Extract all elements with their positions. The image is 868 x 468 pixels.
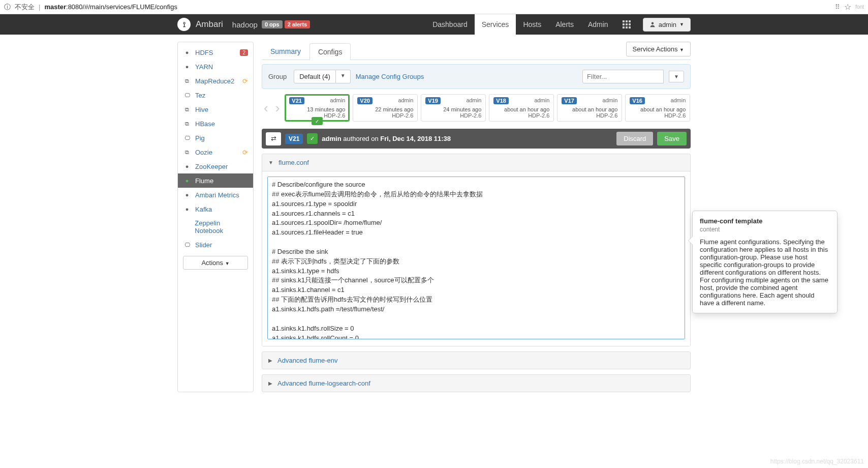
restart-required-icon: ⟳ (242, 149, 248, 156)
host-icon: 🖵 (183, 241, 191, 249)
sidebar-item-tez[interactable]: 🖵Tez (178, 88, 253, 102)
version-card-v19[interactable]: V19admin24 minutes agoHDP-2.6 (421, 94, 486, 122)
bookmark-star-icon[interactable]: ☆ (844, 2, 851, 12)
compare-button[interactable]: ⇄ (266, 132, 281, 145)
host-icon: 🖵 (183, 134, 191, 142)
version-card-v16[interactable]: V16adminabout an hour agoHDP-2.6 (625, 94, 690, 122)
sidebar-item-label: HBase (195, 120, 215, 128)
sidebar-item-zeppelin-notebook[interactable]: Zeppelin Notebook (178, 216, 253, 238)
version-stack: HDP-2.6 (630, 112, 686, 119)
version-author: admin (398, 97, 413, 103)
version-time: about an hour ago (493, 106, 549, 112)
sidebar-item-kafka[interactable]: ●Kafka (178, 202, 253, 216)
version-author: admin (602, 97, 617, 103)
caret-down-icon: ▼ (679, 22, 684, 27)
tooltip-arrow-icon (689, 237, 693, 245)
panel-header-advanced-flume-logsearch[interactable]: ▶ Advanced flume-logsearch-conf (262, 375, 690, 392)
version-card-v17[interactable]: V17adminabout an hour agoHDP-2.6 (557, 94, 622, 122)
sidebar-item-hdfs[interactable]: ●HDFS2 (178, 45, 253, 60)
user-label: admin (659, 21, 676, 28)
version-tag: V21 (289, 97, 304, 104)
filter-input[interactable] (582, 70, 664, 83)
caret-down-icon: ▼ (268, 160, 273, 165)
manage-config-groups-link[interactable]: Manage Config Groups (356, 73, 424, 80)
service-actions-button[interactable]: Service Actions ▼ (626, 42, 691, 56)
sidebar-item-label: Zeppelin Notebook (195, 219, 248, 235)
nav-dashboard[interactable]: Dashboard (425, 14, 475, 35)
sidebar-item-flume[interactable]: ●Flume (178, 173, 253, 188)
version-time: 24 minutes ago (425, 106, 481, 112)
sidebar-item-zookeeper[interactable]: ●ZooKeeper (178, 159, 253, 173)
status-ok-icon: ● (183, 191, 191, 199)
alerts-badge[interactable]: 2 alerts (285, 20, 311, 28)
status-ok-icon: ● (183, 177, 191, 185)
version-author: admin (670, 97, 686, 103)
version-stack: HDP-2.6 (357, 112, 413, 119)
panel-advanced-flume-env: ▶ Advanced flume-env (262, 352, 691, 369)
url-separator: | (39, 3, 40, 11)
status-ok-icon: ● (183, 63, 191, 71)
filter-caret[interactable]: ▼ (669, 71, 684, 82)
user-menu[interactable]: admin ▼ (643, 18, 691, 32)
version-save-bar: ⇄ V21 ✓ admin authored on Fri, Dec 14, 2… (262, 129, 691, 149)
svg-point-0 (651, 22, 654, 25)
save-button[interactable]: Save (657, 132, 687, 145)
panel-header-advanced-flume-env[interactable]: ▶ Advanced flume-env (262, 352, 690, 369)
sidebar-item-ambari-metrics[interactable]: ●Ambari Metrics (178, 188, 253, 202)
version-time: 22 minutes ago (357, 106, 413, 112)
sidebar-item-hbase[interactable]: ⧉HBase (178, 116, 253, 131)
version-time: 13 minutes ago (289, 106, 345, 112)
tab-configs[interactable]: Configs (309, 43, 351, 60)
restart-required-icon: ⟳ (242, 77, 248, 85)
sidebar-actions-button[interactable]: Actions ▼ (183, 256, 248, 270)
sidebar-item-label: Tez (195, 92, 205, 99)
discard-button[interactable]: Discard (616, 132, 653, 145)
check-icon: ✓ (307, 133, 318, 144)
nav-hosts[interactable]: Hosts (516, 14, 548, 35)
config-group-bar: Group Default (4) ▼ Manage Config Groups… (262, 64, 691, 89)
package-icon: ⧉ (183, 105, 191, 113)
version-card-v21[interactable]: V21admin13 minutes agoHDP-2.6✓ (285, 94, 350, 122)
sidebar-item-oozie[interactable]: ⧉Oozie⟳ (178, 145, 253, 159)
sidebar-item-pig[interactable]: 🖵Pig (178, 131, 253, 145)
version-card-v18[interactable]: V18adminabout an hour agoHDP-2.6 (489, 94, 554, 122)
sidebar-item-yarn[interactable]: ●YARN (178, 60, 253, 74)
version-author: admin (330, 97, 345, 103)
main-content: Summary Configs Service Actions ▼ Group … (262, 42, 691, 392)
sidebar-item-hive[interactable]: ⧉Hive (178, 102, 253, 116)
cluster-name[interactable]: hadoop (232, 20, 258, 29)
caret-right-icon: ▶ (268, 381, 272, 386)
versions-next-icon[interactable]: › (273, 100, 282, 116)
nav-admin[interactable]: Admin (581, 14, 615, 35)
panel-advanced-flume-logsearch: ▶ Advanced flume-logsearch-conf (262, 374, 691, 392)
services-sidebar: ●HDFS2●YARN⧉MapReduce2⟳🖵Tez⧉Hive⧉HBase🖵P… (177, 42, 254, 392)
views-grid-icon[interactable] (615, 20, 638, 28)
help-tooltip: flume-conf template content Flume agent … (692, 211, 838, 313)
translate-icon[interactable]: ⠿ (835, 3, 840, 11)
versions-prev-icon[interactable]: ‹ (262, 100, 270, 116)
sidebar-item-mapreduce2[interactable]: ⧉MapReduce2⟳ (178, 74, 253, 88)
version-tag: V16 (630, 97, 645, 104)
ops-badge[interactable]: 0 ops (262, 20, 283, 28)
content-tabs: Summary Configs Service Actions ▼ (262, 42, 691, 60)
caret-down-icon: ▼ (336, 70, 351, 83)
tooltip-title: flume-conf template (700, 217, 830, 225)
top-nav: ⟟ Ambari hadoop 0 ops 2 alerts Dashboard… (0, 14, 868, 35)
nav-services[interactable]: Services (475, 14, 516, 35)
tab-summary[interactable]: Summary (262, 43, 309, 60)
version-card-v20[interactable]: V20admin22 minutes agoHDP-2.6 (353, 94, 418, 122)
panel-header-flume-conf[interactable]: ▼ flume.conf (262, 154, 690, 171)
tooltip-body: Flume agent configurations. Specifying t… (700, 238, 830, 307)
sidebar-item-slider[interactable]: 🖵Slider (178, 238, 253, 252)
version-tag: V19 (425, 97, 441, 104)
blank-icon (183, 223, 191, 231)
group-select[interactable]: Default (4) ▼ (294, 70, 351, 83)
nav-alerts[interactable]: Alerts (548, 14, 581, 35)
flume-conf-editor[interactable] (267, 177, 685, 339)
status-ok-icon: ● (183, 205, 191, 213)
version-tag: V18 (493, 97, 509, 104)
ambari-logo-icon[interactable]: ⟟ (177, 18, 191, 31)
status-ok-icon: ● (183, 162, 191, 170)
sidebar-item-label: Kafka (195, 206, 212, 213)
package-icon: ⧉ (183, 148, 191, 156)
